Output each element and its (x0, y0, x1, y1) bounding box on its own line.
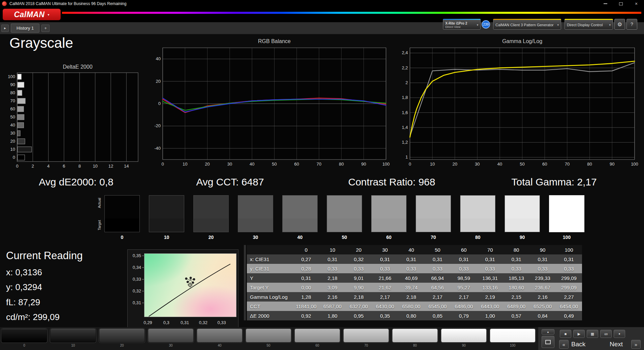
level-button-cell: 10 (50, 328, 96, 347)
swatch-level-label: 50 (342, 235, 347, 240)
svg-text:50: 50 (10, 114, 15, 119)
grayscale-swatch-strip: 0102030405060708090100 (104, 195, 584, 240)
table-cell: 2,17 (451, 294, 477, 300)
swatch-actual-region (550, 196, 584, 218)
table-cell: 9,90 (346, 285, 372, 290)
grayscale-swatch-20 (193, 195, 229, 232)
stop-button[interactable]: ■ (560, 330, 571, 338)
swatch-level-label: 10 (164, 235, 169, 240)
svg-text:60: 60 (294, 162, 299, 167)
table-cell: 0,31 (293, 275, 319, 281)
table-cell: 0,31 (451, 256, 477, 262)
add-tab-button[interactable]: + (41, 25, 50, 32)
close-button[interactable]: × (629, 0, 644, 7)
svg-text:70: 70 (317, 162, 321, 167)
svg-text:0,3: 0,3 (163, 320, 169, 325)
display-control-dropdown[interactable]: Direct Display Control ▾ (565, 19, 613, 30)
svg-text:20: 20 (205, 162, 210, 167)
grayscale-swatch-cell: 70 (416, 195, 451, 240)
table-cell: 0,33 (319, 266, 346, 272)
swatch-actual-region (416, 196, 451, 218)
help-button[interactable]: ? (626, 19, 637, 30)
minimize-button[interactable] (598, 0, 613, 7)
chevron-down-icon: ▾ (555, 23, 559, 27)
pattern-level-button-80[interactable] (392, 328, 438, 343)
pattern-level-button-0[interactable] (1, 328, 47, 343)
table-cell: 0,31 (556, 256, 582, 262)
pattern-level-button-40[interactable] (197, 328, 243, 343)
back-chevron-button[interactable]: « (559, 340, 569, 349)
svg-text:1,6: 1,6 (402, 110, 408, 115)
pattern-level-button-60[interactable] (294, 328, 340, 343)
svg-text:1,8: 1,8 (402, 95, 408, 100)
pattern-level-button-30[interactable] (148, 328, 194, 343)
current-reading-title: Current Reading (6, 250, 83, 262)
save-icon: ▦ (591, 332, 594, 336)
settings-button[interactable]: ⚙ (614, 19, 625, 30)
svg-text:20: 20 (156, 79, 161, 84)
table-cell: 39,74 (398, 285, 424, 290)
table-column-header: 70 (477, 247, 503, 253)
level-button-label: 10 (71, 344, 75, 347)
svg-text:0,34: 0,34 (133, 265, 141, 270)
svg-text:60: 60 (542, 162, 547, 167)
table-column-header: 0 (293, 247, 319, 253)
table-cell: 299,09 (556, 275, 582, 281)
table-cell: 0,31 (398, 256, 424, 262)
table-column-header: 60 (451, 247, 477, 253)
svg-text:50: 50 (520, 162, 524, 167)
swatch-level-label: 80 (475, 235, 481, 240)
calman-logo-menu[interactable]: CalMAN ▾ (3, 9, 61, 20)
record-button[interactable]: ● (614, 330, 625, 338)
table-splitter[interactable] (244, 245, 246, 320)
pattern-level-button-90[interactable] (441, 328, 487, 343)
svg-text:80: 80 (10, 90, 15, 95)
svg-text:-40: -40 (154, 146, 161, 151)
infinity-icon: ∞ (604, 331, 608, 337)
window-icon (545, 340, 551, 344)
grayscale-swatch-10 (149, 195, 184, 232)
table-cell: 0,31 (424, 256, 451, 262)
table-cell: 0,33 (451, 266, 477, 272)
next-button[interactable]: Next (610, 341, 623, 348)
pattern-level-button-50[interactable] (246, 328, 291, 343)
tab-scroll-button[interactable]: ▸ (1, 25, 9, 32)
next-chevron-button[interactable]: » (631, 340, 641, 349)
pattern-level-button-20[interactable] (99, 328, 145, 343)
save-button[interactable]: ▦ (587, 330, 598, 338)
svg-text:0: 0 (158, 101, 161, 106)
window-mode-button[interactable] (542, 336, 554, 348)
svg-text:2,2: 2,2 (402, 65, 408, 70)
grayscale-swatch-cell: 90 (505, 195, 540, 240)
transport-panel: ▲ ■ ▶ ▦ ∞ ● « Back Next » (538, 327, 644, 350)
continuous-measure-button[interactable]: ∞ (600, 330, 612, 338)
collapse-panel-button[interactable]: ▲ (542, 329, 554, 335)
table-cell: 0,28 (293, 266, 319, 272)
maximize-button[interactable] (613, 0, 629, 7)
svg-text:12: 12 (108, 164, 113, 169)
table-cell: 66,94 (424, 275, 451, 281)
back-button[interactable]: Back (571, 341, 585, 348)
tab-history-1[interactable]: History 1 (11, 24, 39, 33)
svg-text:10: 10 (10, 147, 15, 152)
svg-text:0,33: 0,33 (218, 320, 226, 325)
pattern-generator-dropdown[interactable]: CalMAN Client 3 Pattern Generator ▾ (493, 19, 561, 30)
svg-text:1: 1 (406, 154, 408, 160)
table-cell: 2,18 (319, 275, 346, 281)
pattern-level-button-70[interactable] (343, 328, 389, 343)
play-button[interactable]: ▶ (573, 330, 585, 338)
pattern-level-button-100[interactable] (490, 328, 536, 343)
table-cell: 0,79 (451, 313, 477, 319)
meter-dropdown[interactable]: X-Rite i1Pro 2 Direct View ▾ (443, 19, 481, 30)
table-cell: 0,27 (293, 256, 319, 262)
table-cell: 0,33 (503, 266, 529, 272)
svg-text:40: 40 (497, 162, 502, 167)
rgb-chart-plot: 010203040506070809010040200-20-40 (152, 46, 391, 170)
svg-text:80: 80 (587, 162, 592, 167)
table-cell: 6327,00 (346, 304, 372, 309)
svg-text:1,2: 1,2 (402, 140, 408, 145)
pattern-level-button-10[interactable] (50, 328, 96, 343)
level-button-label: 70 (364, 344, 368, 347)
grayscale-swatch-cell: 60 (371, 195, 407, 240)
reading-fl-value: fL: 87,29 (6, 297, 40, 308)
